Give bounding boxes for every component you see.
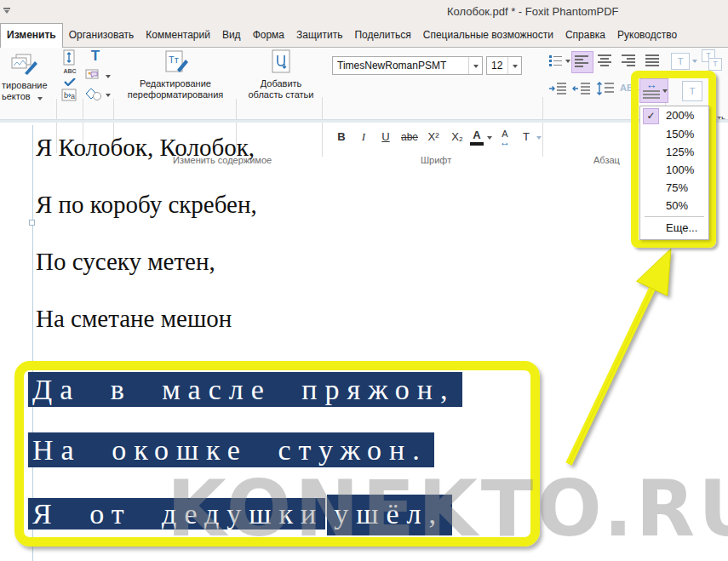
align-left-icon xyxy=(574,54,589,69)
ribbon: тирование ьектов ABC b a xyxy=(0,48,728,119)
menu-item-more[interactable]: Еще... xyxy=(640,218,708,237)
add-text-button[interactable]: T xyxy=(86,48,105,65)
split-text-icon xyxy=(60,49,77,66)
align-right-icon xyxy=(621,53,636,68)
menu-item-100[interactable]: 100% xyxy=(640,161,708,179)
text-tool-icon: T xyxy=(91,48,100,64)
bold-button[interactable]: B xyxy=(334,129,349,146)
reflow-editing-button[interactable]: Тт Редактирование переформатирования xyxy=(119,49,232,100)
tab-podelitsya[interactable]: Поделиться xyxy=(348,24,416,47)
character-scale-menu: ✓ 200% 150% 125% 100% 75% 50% Еще... xyxy=(639,106,709,240)
ribbon-bottom-edge xyxy=(0,119,728,123)
tab-zashchitit[interactable]: Защитить xyxy=(290,24,348,47)
check-icon: ✓ xyxy=(643,108,659,124)
chevron-down-icon[interactable] xyxy=(487,136,492,140)
decrease-indent-button[interactable] xyxy=(572,81,593,100)
textbox-style-button2-disabled[interactable]: T xyxy=(708,58,722,71)
tab-rukovodstvo[interactable]: Руководство xyxy=(611,24,683,47)
doc-line-2[interactable]: Я по коробу скребен, xyxy=(36,192,257,217)
font-name-select[interactable]: TimesNewRomanPSMT xyxy=(332,56,483,75)
italic-button[interactable]: I xyxy=(356,129,371,146)
align-center-button[interactable] xyxy=(595,51,616,72)
character-scale-dropdown-button[interactable]: ↔ xyxy=(639,78,668,103)
subscript-button[interactable]: X₂ xyxy=(448,129,467,146)
fit-text-button-disabled[interactable]: T xyxy=(682,81,702,101)
check-icon xyxy=(63,78,77,86)
menu-item-200[interactable]: ✓ 200% xyxy=(640,106,708,125)
group-label-paragraph: Абзац xyxy=(593,155,620,165)
chevron-down-icon[interactable] xyxy=(468,57,482,74)
article-area-icon xyxy=(270,49,292,75)
image-comment-icon xyxy=(85,68,102,83)
line-spacing-button[interactable] xyxy=(596,81,616,100)
tab-izmenit[interactable]: Изменить xyxy=(0,23,63,48)
doc-line-4[interactable]: На сметане мешон xyxy=(36,306,232,331)
align-center-icon xyxy=(597,53,612,68)
strikethrough-button[interactable]: abe xyxy=(398,129,421,146)
add-image-annotation-button[interactable] xyxy=(85,68,111,85)
svg-text:Тт: Тт xyxy=(169,54,179,65)
menu-separator xyxy=(645,216,704,217)
tab-accessibility[interactable]: Специальные возможности xyxy=(417,24,559,47)
chevron-down-icon xyxy=(565,60,570,63)
title-bar: Колобок.pdf * - Foxit PhantomPDF xyxy=(0,0,728,24)
font-size-select[interactable]: 12 xyxy=(486,56,522,75)
ribbon-tab-bar: Изменить Организовать Комментарий Вид Фо… xyxy=(0,24,728,48)
reflow-edit-icon: Тт xyxy=(163,49,188,75)
chevron-down-icon[interactable] xyxy=(536,136,542,140)
linked-textbox-button-disabled[interactable]: T xyxy=(671,53,690,70)
bullet-list-button[interactable] xyxy=(548,53,570,70)
add-shapes-button[interactable] xyxy=(85,87,111,104)
increase-indent-button[interactable] xyxy=(548,81,569,100)
add-article-area-button[interactable]: Добавить область статьи xyxy=(242,49,320,100)
menu-item-50[interactable]: 50% xyxy=(640,197,708,215)
left-right-arrow-icon: ↔ xyxy=(643,81,660,89)
doc-line-1[interactable]: Я Колобок, Колобок, xyxy=(36,135,255,160)
superscript-button[interactable]: X² xyxy=(424,129,443,146)
decrease-indent-icon xyxy=(572,81,591,96)
menu-item-125[interactable]: 125% xyxy=(640,143,708,161)
tab-spravka[interactable]: Справка xyxy=(559,24,611,47)
quick-access-toolbar-icon[interactable] xyxy=(3,8,11,16)
tab-vid[interactable]: Вид xyxy=(216,24,247,47)
chevron-down-icon xyxy=(662,89,668,93)
chevron-down-icon xyxy=(106,75,111,78)
chevron-down-icon xyxy=(37,97,43,100)
abc-label: ABC xyxy=(60,68,80,74)
textbox-resize-handle[interactable] xyxy=(29,220,35,226)
b-to-a-icon: b a xyxy=(60,87,77,104)
tab-forma[interactable]: Форма xyxy=(247,24,290,47)
svg-text:a: a xyxy=(71,92,75,100)
increase-indent-icon xyxy=(548,81,567,96)
bullet-list-icon xyxy=(548,53,564,68)
align-left-button[interactable] xyxy=(571,51,593,73)
chevron-down-icon xyxy=(692,60,697,63)
justify-button[interactable] xyxy=(643,51,663,72)
replace-text-button[interactable]: b a xyxy=(60,87,79,104)
tab-organizovat[interactable]: Организовать xyxy=(63,24,140,47)
tab-kommentariy[interactable]: Комментарий xyxy=(140,24,216,47)
left-right-arrow-icon: ↔ xyxy=(496,139,513,146)
highlight-arrow-annotation xyxy=(511,230,728,477)
justify-icon xyxy=(645,53,660,68)
text-scale-button-disabled[interactable]: T xyxy=(519,129,533,146)
line-spacing-icon xyxy=(596,81,615,96)
link-unjoin-text-button[interactable] xyxy=(60,49,79,66)
window-title: Колобок.pdf * - Foxit PhantomPDF xyxy=(447,5,619,18)
menu-item-75[interactable]: 75% xyxy=(640,179,708,197)
group-label-font: Шрифт xyxy=(421,155,451,165)
chevron-down-icon[interactable] xyxy=(507,57,521,74)
doc-line-3[interactable]: По сусеку метен, xyxy=(36,249,215,274)
character-spacing-button[interactable]: A ↔ xyxy=(496,129,513,139)
edit-objects-icon xyxy=(10,53,37,77)
foxit-phantompdf-window: Колобок.pdf * - Foxit PhantomPDF Изменит… xyxy=(0,0,728,561)
chevron-down-icon xyxy=(106,94,111,97)
font-color-button[interactable]: A xyxy=(470,129,484,146)
menu-item-150[interactable]: 150% xyxy=(640,125,708,143)
underline-button[interactable]: U xyxy=(378,129,393,146)
konekto-watermark: KONEKTO.RU xyxy=(167,464,728,553)
align-right-button[interactable] xyxy=(619,51,639,72)
shapes-icon xyxy=(85,87,102,102)
